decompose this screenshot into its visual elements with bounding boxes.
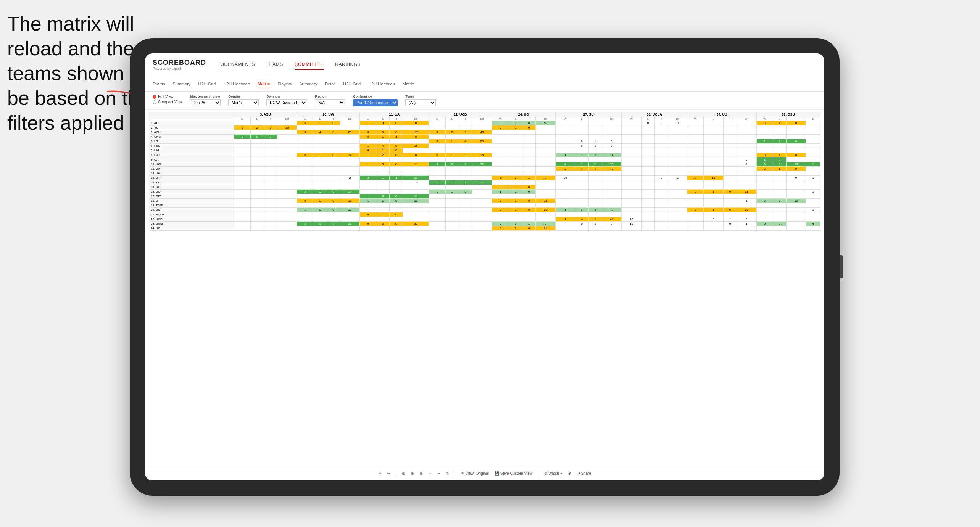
filter-team-select[interactable]: (All) (405, 99, 436, 106)
matrix-cell (522, 217, 536, 222)
sub-nav-detail[interactable]: Detail (325, 80, 335, 88)
matrix-cell (575, 190, 588, 194)
toolbar-refresh[interactable]: ⊙ (402, 471, 405, 476)
sub-nav-players[interactable]: Players (277, 80, 292, 88)
sub-t-su: T (588, 117, 602, 121)
sub-nav-h2h-grid2[interactable]: H2H Grid (343, 80, 361, 88)
matrix-cell (555, 194, 575, 199)
table-row: 19. TAMU (149, 203, 820, 208)
matrix-cell: 35 (403, 144, 429, 148)
sub-t-osu: T (786, 117, 806, 121)
nav-items: TOURNAMENTS TEAMS COMMITTEE RANKINGS (218, 60, 361, 70)
filter-conference-select[interactable]: Pac-12 Conference (All) ACC Big Ten (353, 99, 398, 106)
matrix-cell (472, 226, 492, 231)
matrix-cell: 0 (575, 222, 588, 226)
matrix-cell (654, 208, 668, 212)
matrix-cell: 0 (687, 176, 704, 180)
matrix-cell (668, 180, 687, 185)
toolbar-watch[interactable]: ⊙ Watch ▾ (544, 471, 562, 476)
filter-division-select[interactable]: NCAA Division I NCAA Division II NCAA Di… (266, 99, 307, 106)
toolbar-zoom-in[interactable]: ⊕ (411, 471, 414, 476)
matrix-cell (264, 167, 277, 171)
filter-region-select[interactable]: N/A East West (315, 99, 345, 106)
matrix-cell (756, 203, 773, 208)
filter-team: Team (All) (405, 95, 436, 106)
toolbar-reset[interactable]: ⟳ (446, 471, 449, 476)
radio-full-view[interactable]: Full View (153, 95, 182, 99)
matrix-cell (340, 148, 360, 153)
nav-rankings[interactable]: RANKINGS (335, 60, 361, 70)
matrix-cell: 32 (472, 162, 492, 167)
toolbar-save-custom[interactable]: 💾 Save Custom View (495, 471, 532, 476)
matrix-cell: 0 (723, 208, 737, 212)
toolbar-share[interactable]: ↗ Share (577, 471, 591, 476)
matrix-cell (536, 162, 556, 167)
row-label: 1. AU (149, 121, 234, 125)
table-row: 10. UW130113003241073250661 (149, 162, 820, 167)
sub-nav-matrix2[interactable]: Matrix (403, 80, 414, 88)
matrix-cell: 4 (313, 130, 327, 135)
matrix-cell: 0 (492, 222, 509, 226)
tablet-side-button[interactable] (840, 255, 843, 278)
matrix-cell (445, 167, 459, 171)
matrix-cell (575, 148, 588, 153)
matrix-cell: 1 (806, 190, 820, 194)
toolbar-plus[interactable]: ＋ (428, 471, 432, 476)
matrix-cell (277, 217, 297, 222)
matrix-cell (641, 135, 654, 139)
matrix-cell: 0 (756, 153, 773, 157)
matrix-cell (668, 125, 687, 130)
matrix-cell (492, 217, 509, 222)
sub-nav-matrix[interactable]: Matrix (258, 79, 270, 88)
matrix-content[interactable]: 3. ASU 10. UW 11. UA 22. UCB 24. UO 27. … (145, 110, 824, 466)
matrix-cell (250, 148, 264, 153)
sub-nav-h2h-heatmap2[interactable]: H2H Heatmap (368, 80, 395, 88)
sub-nav-summary2[interactable]: Summary (299, 80, 317, 88)
nav-teams[interactable]: TEAMS (266, 60, 283, 70)
matrix-cell (723, 180, 737, 185)
matrix-cell (459, 194, 472, 199)
toolbar-redo[interactable]: ↪ (387, 471, 390, 476)
matrix-cell: 0 (641, 121, 654, 125)
toolbar-view-original[interactable]: 👁 View: Original (461, 471, 489, 476)
matrix-cell (390, 185, 403, 190)
matrix-cell: 1 (704, 190, 724, 194)
matrix-cell: 1 (313, 153, 327, 157)
matrix-cell (403, 226, 429, 231)
toolbar-minus[interactable]: − (438, 471, 440, 476)
toolbar-undo[interactable]: ↩ (378, 471, 381, 476)
matrix-cell (492, 130, 509, 135)
matrix-cell (313, 148, 327, 153)
matrix-cell (704, 222, 724, 226)
matrix-cell: 4 (575, 217, 588, 222)
matrix-cell (723, 144, 737, 148)
matrix-cell (588, 185, 602, 190)
matrix-cell (536, 144, 556, 148)
matrix-cell (429, 125, 445, 130)
row-label: 2. VU (149, 125, 234, 130)
sub-nav-h2h-grid[interactable]: H2H Grid (198, 80, 216, 88)
matrix-cell: 2 (297, 190, 313, 194)
sub-nav-teams[interactable]: Teams (153, 80, 165, 88)
sub-nav-summary[interactable]: Summary (172, 80, 190, 88)
matrix-cell (806, 144, 820, 148)
col-header-ua: 11. UA (360, 112, 429, 117)
filter-gender-select[interactable]: Men's Women's (228, 99, 259, 106)
matrix-cell (459, 135, 472, 139)
matrix-cell: 0 (536, 176, 556, 180)
matrix-cell (459, 125, 472, 130)
matrix-cell (622, 157, 642, 162)
nav-tournaments[interactable]: TOURNAMENTS (218, 60, 255, 70)
matrix-cell: 0 (588, 167, 602, 171)
toolbar-settings[interactable]: ⚙ (568, 471, 571, 476)
matrix-cell (277, 180, 297, 185)
filter-max-teams-select[interactable]: Top 25 Top 10 Top 50 (190, 99, 221, 106)
matrix-table: 3. ASU 10. UW 11. UA 22. UCB 24. UO 27. … (149, 112, 820, 231)
sub-nav-h2h-heatmap[interactable]: H2H Heatmap (223, 80, 250, 88)
matrix-cell (264, 194, 277, 199)
radio-compact-view[interactable]: Compact View (153, 100, 182, 104)
nav-committee[interactable]: COMMITTEE (295, 60, 324, 70)
matrix-cell (277, 194, 297, 199)
toolbar-zoom-out[interactable]: ⊖ (419, 471, 422, 476)
matrix-cell: 0 (390, 121, 403, 125)
